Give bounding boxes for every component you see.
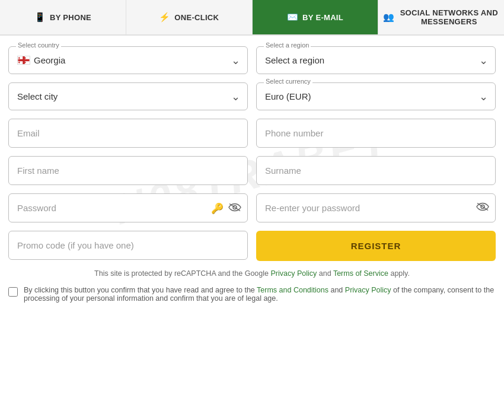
key-icon[interactable]: 🔑 bbox=[211, 202, 224, 214]
tab-by-phone[interactable]: 📱 BY PHONE bbox=[0, 0, 126, 34]
region-col: Select a region Select a region ⌄ bbox=[256, 46, 496, 74]
checkbox-text: By clicking this button you confirm that… bbox=[24, 286, 496, 303]
tab-by-phone-label: BY PHONE bbox=[50, 13, 91, 22]
tab-bar: 📱 BY PHONE ⚡ ONE-CLICK ✉️ BY E-MAIL 👥 SO… bbox=[0, 0, 504, 36]
region-select-wrapper: Select a region Select a region ⌄ bbox=[256, 46, 496, 74]
region-select[interactable]: Select a region bbox=[257, 47, 495, 74]
email-input[interactable] bbox=[9, 119, 247, 147]
city-select-wrapper: Select city ⌄ bbox=[8, 82, 248, 110]
tab-one-click-label: ONE-CLICK bbox=[174, 13, 219, 22]
city-col: Select city ⌄ bbox=[8, 82, 248, 110]
recaptcha-text: This site is protected by reCAPTCHA and … bbox=[94, 269, 269, 278]
promo-input[interactable] bbox=[9, 231, 247, 259]
country-select-wrapper: Select country bbox=[8, 46, 248, 74]
city-select[interactable]: Select city bbox=[9, 83, 247, 110]
tab-by-email[interactable]: ✉️ BY E-MAIL bbox=[253, 0, 379, 34]
surname-col bbox=[256, 156, 496, 185]
checkbox-privacy-link[interactable]: Privacy Policy bbox=[345, 286, 391, 294]
repassword-input[interactable] bbox=[257, 194, 495, 222]
registration-form: N08TRABET Select country bbox=[0, 36, 504, 312]
firstname-col bbox=[8, 156, 248, 185]
password-input-wrapper: 🔑 bbox=[8, 193, 248, 222]
social-icon: 👥 bbox=[383, 12, 394, 23]
repassword-icons bbox=[476, 202, 489, 214]
tab-by-email-label: BY E-MAIL bbox=[302, 13, 343, 22]
bolt-icon: ⚡ bbox=[159, 12, 170, 23]
terms-conditions-link[interactable]: Terms and Conditions bbox=[257, 286, 328, 294]
phone-input[interactable] bbox=[257, 119, 495, 147]
row-email-phone bbox=[8, 119, 496, 148]
country-col: Select country bbox=[8, 46, 248, 74]
tab-social-label: SOCIAL NETWORKS AND MESSENGERS bbox=[399, 8, 499, 26]
row-password: 🔑 bbox=[8, 193, 496, 222]
phone-icon: 📱 bbox=[34, 12, 46, 23]
repassword-eye-icon[interactable] bbox=[476, 202, 489, 214]
promo-col bbox=[8, 231, 248, 261]
currency-select-wrapper: Select currency Euro (EUR) ⌄ bbox=[256, 82, 496, 110]
register-col: REGISTER bbox=[256, 231, 496, 261]
row-name bbox=[8, 156, 496, 185]
firstname-input-wrapper bbox=[8, 156, 248, 185]
row-country-region: Select country bbox=[8, 46, 496, 74]
currency-label: Select currency bbox=[264, 78, 312, 85]
tab-one-click[interactable]: ⚡ ONE-CLICK bbox=[126, 0, 253, 34]
recaptcha-notice: This site is protected by reCAPTCHA and … bbox=[8, 269, 496, 278]
repassword-col bbox=[256, 193, 496, 222]
phone-col bbox=[256, 119, 496, 148]
terms-of-service-link[interactable]: Terms of Service bbox=[333, 269, 388, 278]
password-icons: 🔑 bbox=[211, 201, 241, 215]
privacy-policy-link[interactable]: Privacy Policy bbox=[270, 269, 317, 278]
surname-input-wrapper bbox=[256, 156, 496, 185]
currency-col: Select currency Euro (EUR) ⌄ bbox=[256, 82, 496, 110]
row-city-currency: Select city ⌄ Select currency Euro (EUR)… bbox=[8, 82, 496, 110]
tab-social[interactable]: 👥 SOCIAL NETWORKS AND MESSENGERS bbox=[378, 0, 504, 34]
email-input-wrapper bbox=[8, 119, 248, 148]
email-icon: ✉️ bbox=[287, 12, 298, 23]
region-label: Select a region bbox=[264, 42, 311, 49]
agree-checkbox[interactable] bbox=[8, 287, 18, 297]
recaptcha-apply: apply. bbox=[390, 269, 409, 278]
checkbox-row: By clicking this button you confirm that… bbox=[8, 284, 496, 305]
password-col: 🔑 bbox=[8, 193, 248, 222]
promo-input-wrapper bbox=[8, 231, 248, 260]
recaptcha-and: and bbox=[319, 269, 331, 278]
register-button[interactable]: REGISTER bbox=[256, 231, 496, 261]
surname-input[interactable] bbox=[257, 157, 495, 184]
firstname-input[interactable] bbox=[9, 157, 247, 184]
row-promo-register: REGISTER bbox=[8, 231, 496, 261]
phone-input-wrapper bbox=[256, 119, 496, 148]
currency-select[interactable]: Euro (EUR) bbox=[257, 83, 495, 110]
repassword-input-wrapper bbox=[256, 193, 496, 222]
email-col bbox=[8, 119, 248, 148]
eye-toggle-icon[interactable] bbox=[228, 201, 241, 215]
